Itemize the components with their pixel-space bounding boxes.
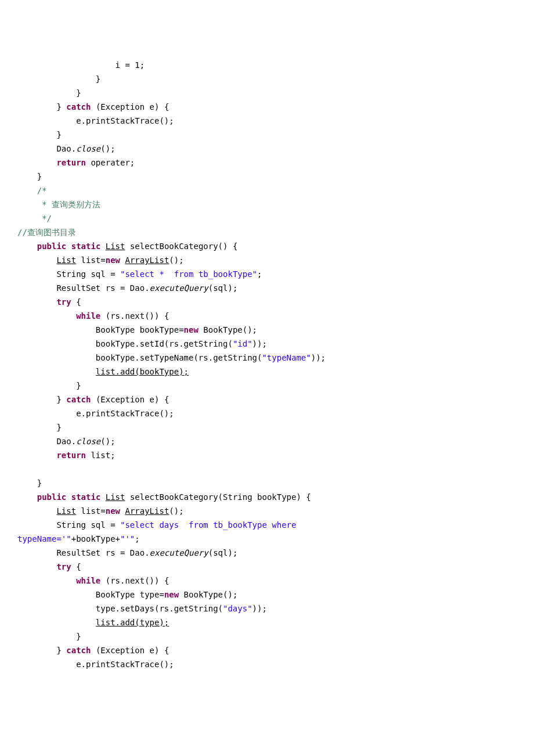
- code-line: Dao.close();: [17, 437, 116, 446]
- code-line: String sql = "select * from tb_bookType"…: [17, 269, 262, 279]
- code-line: List list=new ArrayList();: [17, 255, 184, 265]
- code-line: }: [17, 423, 62, 432]
- code-line: type.setDays(rs.getString("days"));: [17, 604, 267, 613]
- code-line: }: [17, 381, 81, 390]
- code-line: List list=new ArrayList();: [17, 506, 184, 516]
- code-line: }: [17, 130, 62, 139]
- code-line: } catch (Exception e) {: [17, 646, 169, 655]
- code-line: //查询图书目录: [17, 228, 76, 237]
- code-line: } catch (Exception e) {: [17, 102, 169, 111]
- code-line: while (rs.next()) {: [17, 311, 169, 321]
- code-line: return list;: [17, 451, 116, 460]
- code-line: list.add(type);: [17, 618, 169, 627]
- code-line: }: [17, 172, 42, 181]
- code-line: */: [17, 214, 52, 223]
- code-document: i = 1; } } } catch (Exception e) { e.pri…: [0, 0, 534, 706]
- code-line: Dao.close();: [17, 144, 116, 153]
- code-line: i = 1;: [17, 60, 145, 70]
- code-line: }: [17, 632, 81, 641]
- code-line: ResultSet rs = Dao.executeQuery(sql);: [17, 548, 237, 557]
- code-line: * 查询类别方法: [17, 200, 100, 209]
- code-line: while (rs.next()) {: [17, 576, 169, 585]
- code-line: e.printStackTrace();: [17, 116, 174, 125]
- code-block: i = 1; } } } catch (Exception e) { e.pri…: [17, 58, 517, 671]
- code-line: try {: [17, 562, 81, 571]
- code-line: return operater;: [17, 158, 135, 167]
- code-line: e.printStackTrace();: [17, 409, 174, 418]
- code-line: BookType bookType=new BookType();: [17, 325, 257, 334]
- code-line: }: [17, 478, 42, 488]
- code-line: typeName='"+bookType+"'";: [17, 534, 140, 543]
- code-line: String sql = "select days from tb_bookTy…: [17, 520, 301, 530]
- code-line: }: [17, 74, 100, 84]
- code-line: }: [17, 88, 81, 98]
- code-line: } catch (Exception e) {: [17, 395, 169, 404]
- code-line: e.printStackTrace();: [17, 660, 174, 669]
- code-line: ResultSet rs = Dao.executeQuery(sql);: [17, 283, 237, 293]
- code-line: list.add(bookType);: [17, 367, 189, 376]
- code-line: BookType type=new BookType();: [17, 590, 237, 599]
- code-line: bookType.setTypeName(rs.getString("typeN…: [17, 353, 326, 362]
- code-line: try {: [17, 297, 81, 307]
- code-line: public static List selectBookCategory(St…: [17, 492, 311, 502]
- code-line: bookType.setId(rs.getString("id"));: [17, 339, 267, 348]
- code-line: public static List selectBookCategory() …: [17, 242, 237, 251]
- code-line: /*: [17, 186, 47, 195]
